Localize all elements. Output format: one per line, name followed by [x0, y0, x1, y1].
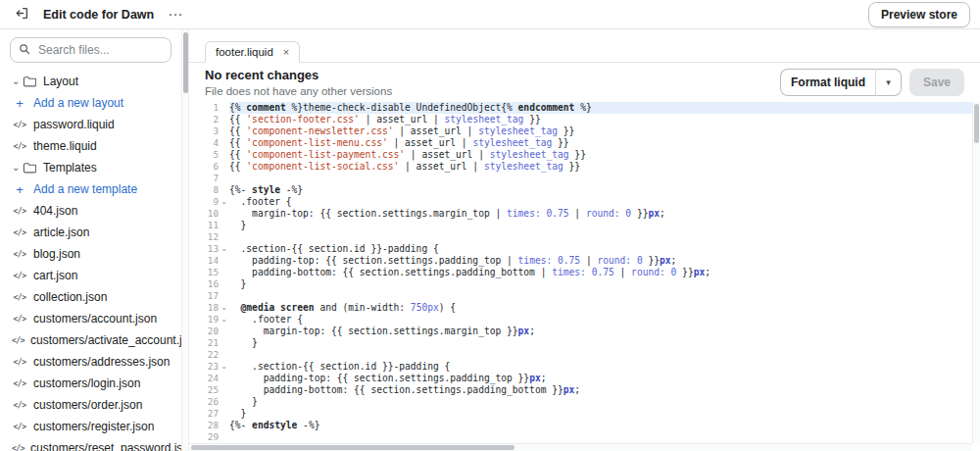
tree-item-article-json[interactable]: </>article.json — [0, 222, 181, 243]
code-text: margin-top: {{ section.settings.margin_t… — [229, 326, 972, 337]
format-liquid-split-button: Format liquid ▾ — [780, 69, 902, 96]
tree-item-404-json[interactable]: </>404.json — [0, 200, 181, 222]
code-line-11[interactable]: 11 } — [189, 220, 972, 231]
fold-gutter — [219, 431, 229, 443]
code-line-20[interactable]: 20 margin-top: {{ section.settings.margi… — [189, 326, 972, 337]
status-subtitle: File does not have any other versions — [205, 84, 392, 98]
fold-gutter — [219, 396, 229, 408]
code-text — [229, 431, 972, 443]
code-file-icon: </> — [12, 358, 27, 367]
line-number: 22 — [189, 349, 219, 361]
tree-item-customers-addresses-json[interactable]: </>customers/addresses.json — [0, 351, 181, 373]
preview-store-button[interactable]: Preview store — [868, 2, 970, 27]
code-line-13[interactable]: 13⌄ .section-{{ section.id }}-padding { — [189, 243, 972, 255]
code-line-2[interactable]: 2{{ 'section-footer.css' | asset_url | s… — [189, 114, 972, 125]
editor-actions: Format liquid ▾ Save — [780, 69, 964, 96]
code-text: .section-{{ section.id }}-padding { — [229, 361, 972, 373]
code-text: {{ 'section-footer.css' | asset_url | st… — [229, 114, 972, 125]
code-line-12[interactable]: 12 — [189, 231, 972, 243]
fold-icon[interactable]: ⌄ — [219, 361, 229, 373]
line-number: 18 — [189, 302, 219, 314]
tree-item-add-a-new-template[interactable]: +Add a new template — [0, 178, 181, 200]
tree-item-label: article.json — [33, 226, 89, 239]
code-text — [229, 231, 972, 243]
sidebar-scrollbar-thumb[interactable] — [183, 32, 188, 93]
code-line-29[interactable]: 29 — [189, 431, 972, 443]
code-line-19[interactable]: 19⌄ .footer { — [189, 314, 972, 326]
exit-button[interactable] — [10, 4, 33, 25]
code-line-16[interactable]: 16 } — [189, 278, 972, 290]
code-file-icon: </> — [12, 228, 27, 237]
line-number: 4 — [189, 137, 219, 149]
code-line-7[interactable]: 7 — [189, 173, 972, 184]
editor-vertical-scrollbar[interactable] — [972, 102, 980, 443]
code-line-23[interactable]: 23⌄ .section-{{ section.id }}-padding { — [189, 361, 972, 373]
search-box[interactable] — [10, 37, 172, 63]
fold-icon[interactable]: ⌄ — [219, 196, 229, 208]
code-line-5[interactable]: 5{{ 'component-list-payment.css' | asset… — [189, 149, 972, 161]
code-editor[interactable]: 1{% comment %}theme-check-disable Undefi… — [189, 102, 980, 451]
tree-item-customers-account-json[interactable]: </>customers/account.json — [0, 308, 181, 329]
format-liquid-button[interactable]: Format liquid — [780, 69, 876, 96]
code-line-26[interactable]: 26 } — [189, 396, 972, 408]
tree-item-layout[interactable]: ⌄Layout — [0, 71, 181, 92]
code-line-9[interactable]: 9⌄ .footer { — [189, 196, 972, 208]
code-line-10[interactable]: 10 margin-top: {{ section.settings.margi… — [189, 208, 972, 220]
vertical-scrollbar-thumb[interactable] — [974, 104, 979, 143]
code-line-1[interactable]: 1{% comment %}theme-check-disable Undefi… — [189, 102, 972, 114]
fold-gutter — [219, 102, 229, 114]
tree-item-label: password.liquid — [33, 118, 115, 131]
tree-item-theme-liquid[interactable]: </>theme.liquid — [0, 135, 181, 157]
search-input[interactable] — [36, 42, 163, 58]
code-line-22[interactable]: 22 — [189, 349, 972, 361]
search-icon — [19, 43, 30, 58]
code-line-21[interactable]: 21 } — [189, 337, 972, 349]
save-button[interactable]: Save — [909, 69, 964, 96]
tree-item-templates[interactable]: ⌄Templates — [0, 157, 181, 178]
code-line-18[interactable]: 18⌄ @media screen and (min-width: 750px)… — [189, 302, 972, 314]
code-line-15[interactable]: 15 padding-bottom: {{ section.settings.p… — [189, 267, 972, 278]
tab-close-icon[interactable]: × — [283, 46, 289, 58]
code-file-icon: </> — [12, 121, 27, 129]
tree-item-customers-register-json[interactable]: </>customers/register.json — [0, 416, 181, 437]
code-lines[interactable]: 1{% comment %}theme-check-disable Undefi… — [189, 102, 972, 443]
line-number: 15 — [189, 267, 219, 278]
format-caret-button[interactable]: ▾ — [876, 69, 902, 96]
tree-item-password-liquid[interactable]: </>password.liquid — [0, 114, 181, 135]
tree-item-cart-json[interactable]: </>cart.json — [0, 265, 181, 286]
code-line-3[interactable]: 3{{ 'component-newsletter.css' | asset_u… — [189, 125, 972, 137]
tree-item-add-a-new-layout[interactable]: +Add a new layout — [0, 92, 181, 114]
fold-gutter — [219, 161, 229, 173]
fold-gutter — [219, 125, 229, 137]
tree-item-customers-login-json[interactable]: </>customers/login.json — [0, 373, 181, 394]
tab-footer-liquid[interactable]: footer.liquid × — [205, 41, 300, 63]
code-line-24[interactable]: 24 padding-top: {{ section.settings.padd… — [189, 373, 972, 384]
code-line-25[interactable]: 25 padding-bottom: {{ section.settings.p… — [189, 384, 972, 396]
horizontal-scrollbar-thumb[interactable] — [191, 445, 514, 450]
code-text: padding-top: {{ section.settings.padding… — [229, 255, 972, 267]
code-line-6[interactable]: 6{{ 'component-list-social.css' | asset_… — [189, 161, 972, 173]
folder-icon — [22, 162, 37, 174]
chevron-down-icon: ⌄ — [12, 76, 22, 86]
code-line-8[interactable]: 8{%- style -%} — [189, 184, 972, 196]
tree-item-customers-activate-account-json[interactable]: </>customers/activate_account.json — [0, 329, 181, 351]
tree-item-label: blog.json — [33, 247, 80, 261]
fold-icon[interactable]: ⌄ — [219, 302, 229, 314]
tree-item-collection-json[interactable]: </>collection.json — [0, 286, 181, 308]
overflow-menu-button[interactable]: ⋯ — [164, 4, 187, 25]
code-line-17[interactable]: 17 — [189, 290, 972, 302]
line-number: 24 — [189, 373, 219, 384]
tree-item-customers-reset-password-json[interactable]: </>customers/reset_password.json — [0, 437, 181, 451]
fold-icon[interactable]: ⌄ — [219, 243, 229, 255]
tree-item-blog-json[interactable]: </>blog.json — [0, 243, 181, 265]
fold-icon[interactable]: ⌄ — [219, 314, 229, 326]
code-line-28[interactable]: 28{%- endstyle -%} — [189, 420, 972, 431]
tree-item-customers-order-json[interactable]: </>customers/order.json — [0, 394, 181, 416]
sidebar-scrollbar[interactable] — [181, 29, 188, 451]
code-line-14[interactable]: 14 padding-top: {{ section.settings.padd… — [189, 255, 972, 267]
code-line-4[interactable]: 4{{ 'component-list-menu.css' | asset_ur… — [189, 137, 972, 149]
fold-gutter — [219, 349, 229, 361]
page-title: Edit code for Dawn — [43, 8, 154, 22]
code-line-27[interactable]: 27 } — [189, 408, 972, 420]
editor-horizontal-scrollbar[interactable] — [189, 443, 972, 451]
